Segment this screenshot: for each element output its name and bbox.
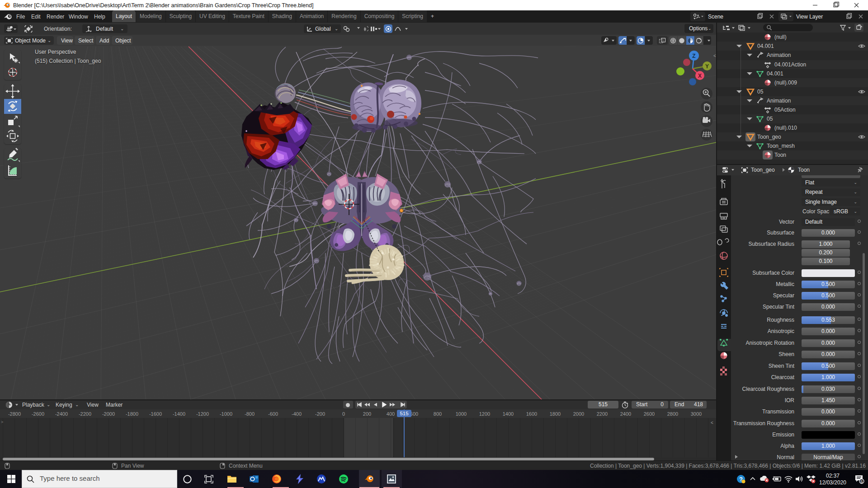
svg-text:Y: Y — [705, 63, 709, 70]
svg-text:Z: Z — [692, 53, 695, 59]
svg-text:X: X — [698, 73, 702, 79]
svg-text:5: 5 — [860, 479, 863, 484]
